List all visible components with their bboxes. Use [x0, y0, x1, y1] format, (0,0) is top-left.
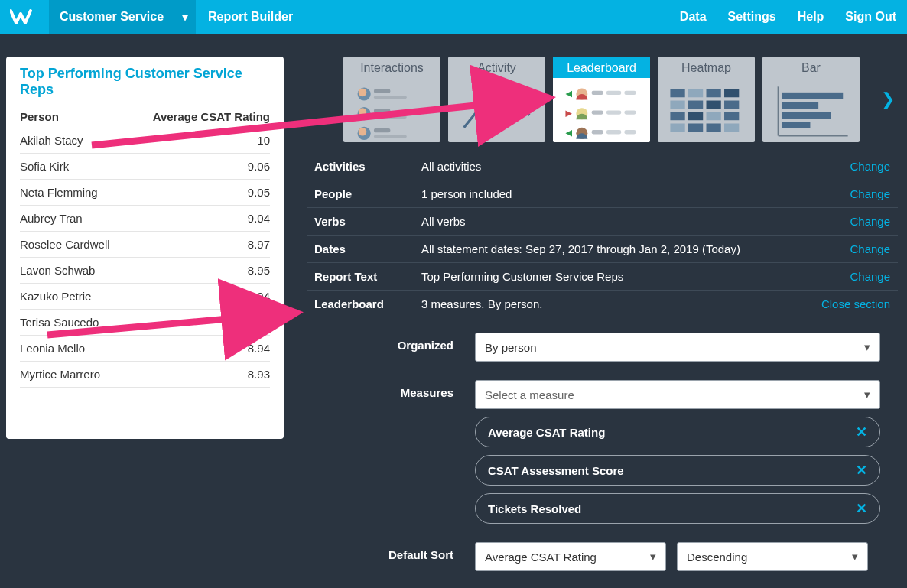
- svg-rect-49: [782, 93, 843, 99]
- remove-chip-button[interactable]: ✕: [856, 500, 867, 517]
- svg-rect-39: [670, 112, 684, 121]
- svg-rect-50: [782, 102, 818, 109]
- nav-help[interactable]: Help: [787, 0, 835, 34]
- app-logo[interactable]: [0, 0, 49, 34]
- activity-thumb-icon: [448, 78, 545, 146]
- leaderboard-table: Person Average CSAT Rating Akilah Stacy1…: [20, 106, 270, 388]
- measures-label: Measures: [360, 380, 475, 399]
- report-preview-panel: Top Performing Customer Service Reps Per…: [6, 57, 284, 439]
- svg-rect-33: [707, 89, 721, 98]
- svg-point-13: [478, 105, 483, 109]
- person-name: Aubrey Tran: [20, 206, 128, 232]
- report-type-activity[interactable]: Activity: [448, 57, 545, 142]
- caret-icon: ▾: [864, 340, 870, 354]
- svg-point-9: [359, 128, 367, 136]
- change-button[interactable]: Change: [850, 242, 890, 255]
- remove-chip-button[interactable]: ✕: [856, 424, 867, 440]
- svg-rect-43: [670, 123, 684, 132]
- sort-label: Default Sort: [360, 542, 475, 561]
- change-button[interactable]: Change: [850, 215, 890, 228]
- config-label: Leaderboard: [314, 297, 421, 310]
- svg-rect-30: [624, 130, 636, 134]
- measures-select[interactable]: Select a measure ▾: [475, 380, 880, 409]
- svg-rect-52: [782, 122, 810, 128]
- svg-rect-18: [592, 91, 603, 95]
- config-value: Top Performing Customer Service Reps: [421, 270, 850, 283]
- table-row: Akilah Stacy10: [20, 128, 270, 154]
- workspace-caret-icon[interactable]: ▾: [174, 0, 196, 34]
- person-name: Kazuko Petrie: [20, 284, 128, 310]
- svg-rect-3: [374, 96, 407, 99]
- person-rating: 9.04: [128, 206, 270, 232]
- leaderboard-form: Organized By person ▾ Measures Select a …: [307, 317, 898, 580]
- config-people: People 1 person included Change: [307, 180, 898, 208]
- svg-rect-37: [707, 101, 721, 109]
- config-label: Verbs: [314, 215, 421, 228]
- table-row: Roselee Cardwell8.97: [20, 232, 270, 258]
- person-rating: 9.05: [128, 180, 270, 206]
- table-row: Aubrey Tran9.04: [20, 206, 270, 232]
- report-type-heatmap[interactable]: Heatmap: [658, 57, 755, 142]
- svg-rect-34: [724, 89, 739, 98]
- more-report-types-button[interactable]: ❯: [867, 89, 898, 109]
- config-value: 1 person included: [421, 187, 850, 200]
- change-button[interactable]: Change: [850, 160, 890, 173]
- person-name: Terisa Saucedo: [20, 310, 128, 336]
- report-config: Activities All activities Change People …: [307, 153, 898, 317]
- workspace-selector[interactable]: Customer Service: [49, 0, 174, 34]
- organized-select-value: By person: [485, 341, 537, 354]
- nav-data[interactable]: Data: [669, 0, 717, 34]
- nav-settings[interactable]: Settings: [717, 0, 787, 34]
- person-name: Neta Flemming: [20, 180, 128, 206]
- svg-point-1: [359, 88, 367, 96]
- person-name: Leonia Mello: [20, 336, 128, 362]
- chip-label: CSAT Assessment Score: [488, 464, 624, 477]
- report-type-bar[interactable]: Bar: [762, 57, 860, 142]
- config-dates: Dates All statement dates: Sep 27, 2017 …: [307, 236, 898, 263]
- person-name: Sofia Kirk: [20, 154, 128, 180]
- config-value: All activities: [421, 160, 850, 173]
- person-rating: 8.94: [128, 310, 270, 336]
- svg-point-5: [359, 108, 367, 116]
- report-type-leaderboard[interactable]: Leaderboard: [553, 57, 650, 142]
- svg-rect-51: [782, 112, 831, 119]
- svg-rect-36: [688, 101, 703, 109]
- svg-rect-10: [374, 128, 390, 132]
- nav-signout[interactable]: Sign Out: [834, 0, 907, 34]
- svg-rect-11: [374, 135, 407, 138]
- config-label: Report Text: [314, 270, 421, 283]
- report-type-selector: Interactions Activity: [343, 57, 898, 142]
- svg-rect-6: [374, 109, 390, 112]
- report-type-interactions[interactable]: Interactions: [343, 57, 440, 142]
- bar-thumb-icon: [762, 78, 860, 146]
- card-title: Leaderboard: [553, 57, 650, 78]
- change-button[interactable]: Change: [850, 270, 890, 283]
- svg-marker-16: [565, 91, 572, 98]
- svg-rect-44: [688, 123, 703, 132]
- measures-placeholder: Select a measure: [485, 388, 574, 401]
- svg-rect-28: [592, 130, 603, 134]
- sort-direction-select[interactable]: Descending ▾: [677, 542, 868, 571]
- card-title: Interactions: [343, 57, 440, 78]
- person-name: Roselee Cardwell: [20, 232, 128, 258]
- person-name: Lavon Schwab: [20, 258, 128, 284]
- remove-chip-button[interactable]: ✕: [856, 462, 867, 479]
- table-row: Terisa Saucedo8.94: [20, 310, 270, 336]
- change-button[interactable]: Change: [850, 187, 890, 200]
- close-section-button[interactable]: Close section: [821, 297, 890, 310]
- svg-point-14: [493, 119, 497, 124]
- config-value: 3 measures. By person.: [421, 297, 821, 310]
- config-label: People: [314, 187, 421, 200]
- sort-field-select[interactable]: Average CSAT Rating ▾: [475, 542, 666, 571]
- organized-select[interactable]: By person ▾: [475, 333, 880, 362]
- leaderboard-thumb-icon: [553, 78, 650, 146]
- card-title: Bar: [762, 57, 860, 78]
- chip-label: Average CSAT Rating: [488, 426, 605, 439]
- caret-icon: ▾: [864, 388, 870, 401]
- measure-chip: CSAT Assessment Score ✕: [475, 455, 880, 486]
- svg-rect-32: [688, 89, 703, 98]
- config-label: Dates: [314, 242, 421, 255]
- svg-rect-19: [606, 91, 621, 95]
- interactions-thumb-icon: [343, 78, 440, 146]
- table-row: Sofia Kirk9.06: [20, 154, 270, 180]
